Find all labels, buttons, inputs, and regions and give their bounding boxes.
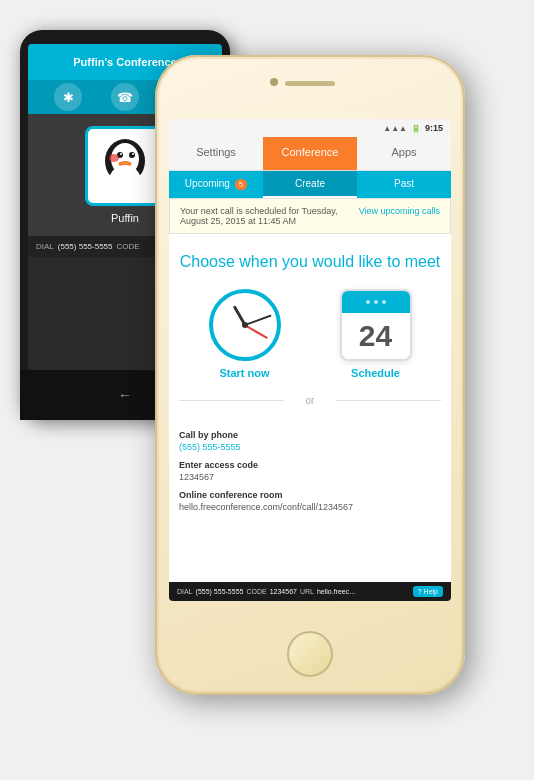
- android-dial-label: DIAL: [36, 242, 54, 251]
- calendar-header: [342, 291, 410, 313]
- choose-text: Choose when you would like to meet: [179, 252, 441, 273]
- or-divider: or: [179, 395, 441, 406]
- help-button[interactable]: ? Help: [413, 586, 443, 597]
- iphone-home-button[interactable]: [287, 631, 333, 677]
- iphone-speaker: [285, 81, 335, 86]
- subtab-past[interactable]: Past: [357, 171, 451, 198]
- bottom-dial-number: (555) 555-5555: [196, 588, 244, 595]
- calendar-dots: [366, 300, 386, 304]
- svg-point-10: [109, 165, 141, 197]
- svg-point-8: [132, 153, 134, 155]
- svg-point-7: [120, 153, 122, 155]
- tab-settings[interactable]: Settings: [169, 137, 263, 170]
- view-upcoming-link[interactable]: View upcoming calls: [359, 206, 440, 216]
- bottom-dial-label: DIAL: [177, 588, 193, 595]
- access-code-section: Enter access code 1234567: [179, 460, 441, 482]
- cal-dot-1: [366, 300, 370, 304]
- bottom-url-label: URL: [300, 588, 314, 595]
- svg-point-9: [109, 154, 119, 162]
- android-back-button[interactable]: [110, 386, 140, 404]
- iphone-screen: ▲▲▲ 🔋 9:15 Settings Conference Apps Upco…: [169, 119, 451, 601]
- start-now-label: Start now: [219, 367, 269, 379]
- calendar-icon: 24: [340, 289, 412, 361]
- android-avatar-frame: [85, 126, 165, 206]
- android-code-label: CODE: [117, 242, 140, 251]
- bottom-code-label: CODE: [246, 588, 266, 595]
- start-now-option[interactable]: Start now: [209, 289, 281, 379]
- signal-icon: ▲▲▲: [383, 124, 407, 133]
- online-room-section: Online conference room hello.freeconfere…: [179, 490, 441, 512]
- clock-center: [242, 322, 248, 328]
- status-bar: ▲▲▲ 🔋 9:15: [169, 119, 451, 137]
- iphone-bottom-bar: DIAL (555) 555-5555 CODE 1234567 URL hel…: [169, 582, 451, 601]
- call-by-phone-label: Call by phone: [179, 430, 441, 440]
- subtab-create[interactable]: Create: [263, 171, 357, 198]
- phone-number[interactable]: (555) 555-5555: [179, 442, 441, 452]
- battery-icon: 🔋: [411, 124, 421, 133]
- calendar-day: 24: [342, 313, 410, 359]
- bottom-url-value: hello.freec...: [317, 588, 355, 595]
- svg-point-6: [129, 152, 135, 158]
- call-info: Call by phone (555) 555-5555 Enter acces…: [169, 422, 451, 528]
- upcoming-badge: 5: [235, 179, 247, 190]
- tab-apps[interactable]: Apps: [357, 137, 451, 170]
- notification-text: Your next call is scheduled for Tuesday,…: [180, 206, 355, 226]
- access-code-label: Enter access code: [179, 460, 441, 470]
- schedule-option[interactable]: 24 Schedule: [340, 289, 412, 379]
- online-url[interactable]: hello.freeconference.com/conf/call/12345…: [179, 502, 441, 512]
- bottom-code-value: 1234567: [270, 588, 297, 595]
- meeting-options: Start now 24: [179, 289, 441, 379]
- notification-bar: Your next call is scheduled for Tuesday,…: [169, 198, 451, 234]
- call-by-phone-section: Call by phone (555) 555-5555: [179, 430, 441, 452]
- access-code-value: 1234567: [179, 472, 441, 482]
- status-time: 9:15: [425, 123, 443, 133]
- android-dial-number: (555) 555-5555: [58, 242, 113, 251]
- clock-second-hand: [244, 324, 267, 338]
- asterisk-icon[interactable]: ✱: [54, 83, 82, 111]
- main-content: Choose when you would like to meet Start…: [169, 234, 451, 422]
- cal-dot-2: [374, 300, 378, 304]
- clock-minute-hand: [244, 314, 271, 325]
- iphone-body: ▲▲▲ 🔋 9:15 Settings Conference Apps Upco…: [159, 59, 461, 691]
- phone-icon[interactable]: ☎: [111, 83, 139, 111]
- puffin-avatar: [90, 131, 160, 201]
- android-title: Puffin's Conference: [73, 56, 176, 68]
- cal-dot-3: [382, 300, 386, 304]
- iphone-camera: [270, 78, 278, 86]
- tab-conference[interactable]: Conference: [263, 137, 357, 170]
- online-room-label: Online conference room: [179, 490, 441, 500]
- android-user-name: Puffin: [111, 212, 139, 224]
- subtabs: Upcoming 5 Create Past: [169, 171, 451, 198]
- clock-icon: [209, 289, 281, 361]
- subtab-upcoming[interactable]: Upcoming 5: [169, 171, 263, 198]
- main-tabs: Settings Conference Apps: [169, 137, 451, 171]
- schedule-label: Schedule: [351, 367, 400, 379]
- iphone: ▲▲▲ 🔋 9:15 Settings Conference Apps Upco…: [155, 55, 465, 695]
